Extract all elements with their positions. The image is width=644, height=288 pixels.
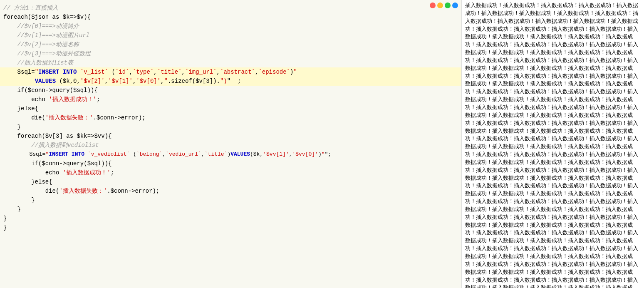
code-line-22: } xyxy=(0,196,461,205)
code-line-23: } xyxy=(0,205,461,214)
tl-blue xyxy=(452,2,458,8)
code-line-13: die('插入数据失败：'.$conn->error); xyxy=(0,113,461,122)
code-line-20: }else{ xyxy=(0,177,461,186)
code-line-25: } xyxy=(0,223,461,232)
code-line-5: //$v[2]===>动漫名称 xyxy=(0,40,461,49)
code-line-15: foreach($v[3] as $kk=>$vv){ xyxy=(0,132,461,141)
code-line-3: //$v[0]===>动漫简介 xyxy=(0,22,461,31)
code-line-21: die('插入数据失败：'.$conn->error); xyxy=(0,186,461,196)
code-line-8: $sql="INSERT INTO `v_list` (`id`,`type`,… xyxy=(0,67,461,77)
code-line-19: echo '插入数据成功！'; xyxy=(0,168,461,177)
code-line-4: //$v[1]===>动漫图片url xyxy=(0,31,461,40)
tl-yellow xyxy=(437,2,443,8)
traffic-lights xyxy=(430,2,458,8)
code-line-17: $sql="INSERT INTO `v_vediolist` (`belong… xyxy=(0,150,461,159)
tl-red xyxy=(430,2,436,8)
code-line-1: // 方法1：直接插入 xyxy=(0,3,461,12)
output-panel[interactable]: 插入数据成功！插入数据成功！插入数据成功！插入数据成功！插入数据成功！插入数据成… xyxy=(462,0,644,288)
code-line-12: }else{ xyxy=(0,104,461,113)
code-line-9: VALUES ($k,0,'$v[2]','$v[1]','$v[0]',".s… xyxy=(0,77,461,86)
code-panel[interactable]: // 方法1：直接插入 foreach($json as $k=>$v){ //… xyxy=(0,0,462,288)
code-line-6: //$v[3]===>动漫外链数组 xyxy=(0,49,461,58)
code-line-16: //插入数据到vediolist xyxy=(0,141,461,150)
code-line-2: foreach($json as $k=>$v){ xyxy=(0,12,461,22)
code-line-24: } xyxy=(0,214,461,223)
code-line-11: echo '插入数据成功！'; xyxy=(0,95,461,104)
code-line-18: if($conn->query($sql)){ xyxy=(0,159,461,168)
output-success-text: 插入数据成功！插入数据成功！插入数据成功！插入数据成功！插入数据成功！插入数据成… xyxy=(465,2,641,288)
code-line-14: } xyxy=(0,122,461,132)
code-line-7: //插入数据到list表 xyxy=(0,58,461,67)
code-line-10: if($conn->query($sql)){ xyxy=(0,86,461,95)
tl-green xyxy=(445,2,451,8)
